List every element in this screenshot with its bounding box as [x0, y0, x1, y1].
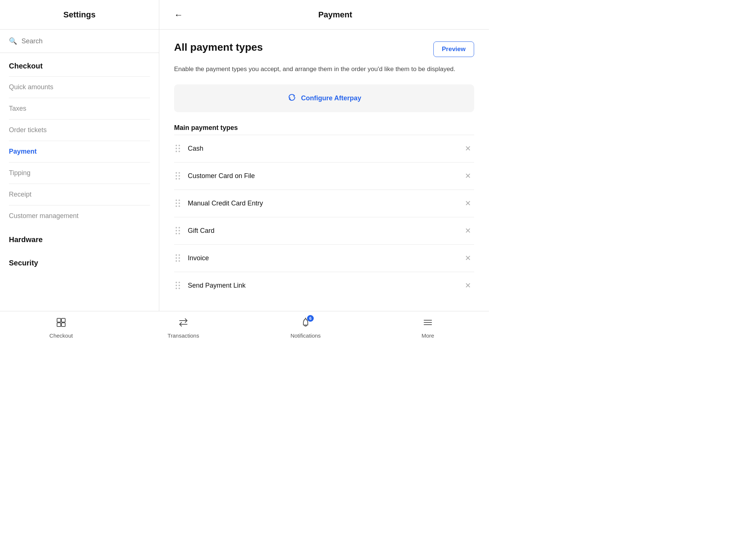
nav-item-checkout[interactable]: Checkout: [39, 317, 83, 339]
drag-dots: [176, 227, 180, 235]
sidebar-item-customer-management[interactable]: Customer management: [9, 205, 150, 227]
preview-button[interactable]: Preview: [433, 41, 474, 57]
drag-handle[interactable]: [174, 253, 182, 264]
configure-afterpay-button[interactable]: Configure Afterpay: [174, 84, 474, 112]
drag-dot: [176, 200, 177, 201]
payment-item: Send Payment Link ✕: [174, 272, 474, 299]
back-button[interactable]: ←: [171, 8, 186, 21]
afterpay-icon: [287, 93, 297, 104]
svg-rect-0: [57, 318, 61, 322]
bell-icon-wrapper: 6: [300, 317, 311, 330]
drag-dot: [176, 227, 177, 228]
drag-dot: [179, 288, 180, 289]
payment-name: Cash: [188, 145, 456, 153]
svg-rect-3: [61, 323, 65, 327]
sidebar-item-quick-amounts[interactable]: Quick amounts: [9, 76, 150, 98]
drag-dots: [176, 145, 180, 153]
drag-dots: [176, 172, 180, 180]
page-title: Payment: [193, 10, 477, 20]
content-description: Enable the payment types you accept, and…: [174, 64, 474, 74]
sidebar-item-payment[interactable]: Payment: [9, 141, 150, 162]
drag-dot: [176, 260, 177, 262]
content-top-header: All payment types Preview: [174, 41, 474, 57]
search-input[interactable]: [21, 37, 150, 45]
drag-dot: [176, 175, 177, 177]
sidebar-item-tipping[interactable]: Tipping: [9, 162, 150, 184]
drag-dot: [176, 151, 177, 152]
search-icon: 🔍: [9, 37, 17, 45]
drag-dot: [179, 227, 180, 228]
drag-dot: [179, 145, 180, 146]
drag-dot: [179, 257, 180, 259]
drag-dot: [176, 285, 177, 286]
drag-handle[interactable]: [174, 280, 182, 291]
sidebar-item-order-tickets[interactable]: Order tickets: [9, 119, 150, 141]
drag-handle[interactable]: [174, 198, 182, 209]
drag-dot: [176, 230, 177, 231]
sidebar-item-taxes[interactable]: Taxes: [9, 98, 150, 119]
sidebar-section-security: Security: [9, 250, 150, 273]
payment-item: Gift Card ✕: [174, 217, 474, 244]
bottom-nav: Checkout Transactions 6 Notifications: [0, 311, 489, 344]
drag-dot: [176, 148, 177, 149]
nav-item-more[interactable]: More: [406, 317, 450, 339]
drag-dot: [179, 151, 180, 152]
drag-dot: [179, 175, 180, 177]
payment-name: Send Payment Link: [188, 282, 456, 289]
drag-handle[interactable]: [174, 171, 182, 181]
content-area: All payment types Preview Enable the pay…: [159, 30, 489, 311]
settings-title: Settings: [63, 10, 96, 20]
search-bar: 🔍: [0, 30, 159, 53]
content-title: All payment types: [174, 41, 263, 53]
remove-button[interactable]: ✕: [462, 143, 474, 154]
drag-dot: [176, 254, 177, 256]
drag-dot: [179, 260, 180, 262]
remove-button[interactable]: ✕: [462, 280, 474, 291]
remove-button[interactable]: ✕: [462, 253, 474, 263]
drag-handle[interactable]: [174, 143, 182, 154]
svg-rect-2: [57, 323, 61, 327]
drag-dot: [179, 230, 180, 231]
payment-item: Cash ✕: [174, 135, 474, 162]
sidebar: 🔍 Checkout Quick amounts Taxes Order tic…: [0, 30, 159, 311]
drag-dot: [176, 205, 177, 207]
drag-dot: [176, 282, 177, 283]
checkout-icon: [56, 317, 66, 330]
drag-dot: [179, 233, 180, 234]
sidebar-section-hardware: Hardware: [9, 227, 150, 250]
sidebar-header: Settings: [0, 0, 159, 29]
drag-dot: [179, 285, 180, 286]
remove-button[interactable]: ✕: [462, 198, 474, 208]
nav-label-transactions: Transactions: [167, 332, 199, 339]
drag-dot: [176, 257, 177, 259]
payment-item: Invoice ✕: [174, 244, 474, 272]
nav-label-more: More: [422, 332, 434, 339]
drag-dot: [176, 202, 177, 204]
drag-dot: [176, 288, 177, 289]
main-layout: 🔍 Checkout Quick amounts Taxes Order tic…: [0, 30, 489, 311]
payment-name: Customer Card on File: [188, 172, 456, 180]
drag-dot: [176, 145, 177, 146]
more-icon: [423, 317, 433, 330]
svg-rect-1: [61, 318, 65, 322]
payment-name: Manual Credit Card Entry: [188, 200, 456, 207]
remove-button[interactable]: ✕: [462, 171, 474, 181]
nav-item-transactions[interactable]: Transactions: [161, 317, 206, 339]
payment-name: Gift Card: [188, 227, 456, 235]
remove-button[interactable]: ✕: [462, 225, 474, 236]
drag-dot: [179, 282, 180, 283]
nav-item-notifications[interactable]: 6 Notifications: [283, 317, 328, 339]
nav-label-checkout: Checkout: [49, 332, 73, 339]
drag-dots: [176, 282, 180, 289]
drag-dot: [179, 202, 180, 204]
payment-item: Manual Credit Card Entry ✕: [174, 190, 474, 217]
app-header: Settings ← Payment: [0, 0, 489, 30]
payment-list: Cash ✕ Customer Card on File ✕: [174, 135, 474, 299]
sidebar-nav: Checkout Quick amounts Taxes Order ticke…: [0, 53, 159, 311]
drag-dots: [176, 254, 180, 262]
payment-section-label: Main payment types: [174, 124, 474, 132]
drag-handle[interactable]: [174, 225, 182, 236]
sidebar-item-receipt[interactable]: Receipt: [9, 184, 150, 205]
drag-dots: [176, 200, 180, 207]
sidebar-section-checkout: Checkout: [9, 53, 150, 76]
